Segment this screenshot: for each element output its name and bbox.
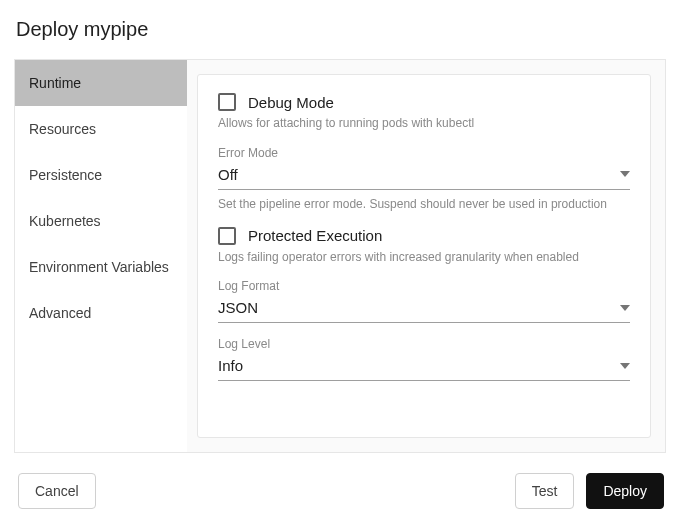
- error-mode-label: Error Mode: [218, 146, 630, 160]
- log-level-select[interactable]: Info: [218, 355, 630, 381]
- protected-execution-checkbox[interactable]: [218, 227, 236, 245]
- chevron-down-icon: [620, 363, 630, 369]
- error-mode-select[interactable]: Off: [218, 164, 630, 190]
- cancel-button[interactable]: Cancel: [18, 473, 96, 509]
- debug-mode-label: Debug Mode: [248, 94, 334, 111]
- tab-advanced[interactable]: Advanced: [15, 290, 187, 336]
- log-level-value: Info: [218, 357, 243, 374]
- chevron-down-icon: [620, 171, 630, 177]
- tab-persistence[interactable]: Persistence: [15, 152, 187, 198]
- tab-environment-variables[interactable]: Environment Variables: [15, 244, 187, 290]
- log-level-label: Log Level: [218, 337, 630, 351]
- deploy-button[interactable]: Deploy: [586, 473, 664, 509]
- chevron-down-icon: [620, 305, 630, 311]
- config-panel: Runtime Resources Persistence Kubernetes…: [14, 59, 666, 453]
- page-title: Deploy mypipe: [16, 18, 666, 41]
- error-mode-hint: Set the pipeline error mode. Suspend sho…: [218, 196, 630, 213]
- test-button[interactable]: Test: [515, 473, 575, 509]
- footer: Cancel Test Deploy: [14, 453, 666, 509]
- runtime-settings: Debug Mode Allows for attaching to runni…: [197, 74, 651, 438]
- tab-resources[interactable]: Resources: [15, 106, 187, 152]
- protected-execution-label: Protected Execution: [248, 227, 382, 244]
- tab-runtime[interactable]: Runtime: [15, 60, 187, 106]
- log-format-select[interactable]: JSON: [218, 297, 630, 323]
- debug-mode-checkbox[interactable]: [218, 93, 236, 111]
- error-mode-value: Off: [218, 166, 238, 183]
- debug-mode-hint: Allows for attaching to running pods wit…: [218, 115, 630, 132]
- protected-execution-hint: Logs failing operator errors with increa…: [218, 249, 630, 266]
- content-area: Debug Mode Allows for attaching to runni…: [187, 60, 665, 452]
- tab-list: Runtime Resources Persistence Kubernetes…: [15, 60, 187, 452]
- log-format-value: JSON: [218, 299, 258, 316]
- log-format-label: Log Format: [218, 279, 630, 293]
- tab-kubernetes[interactable]: Kubernetes: [15, 198, 187, 244]
